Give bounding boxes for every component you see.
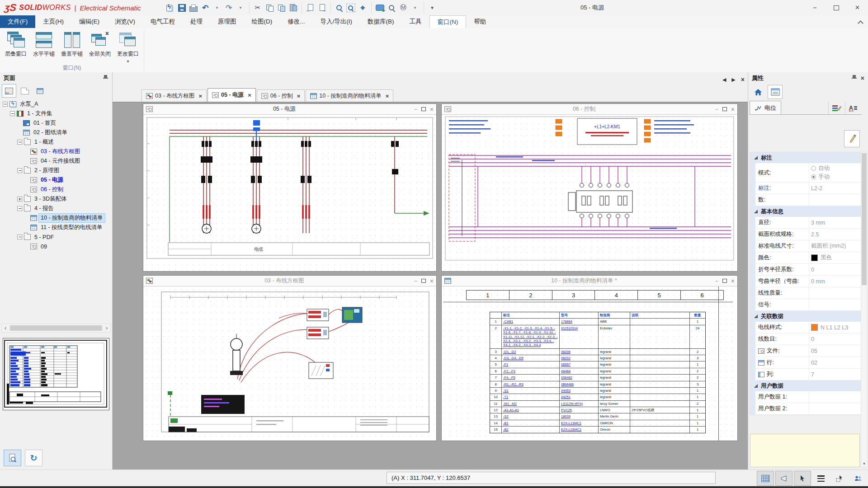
radio-option[interactable]: 自动 — [811, 164, 830, 172]
child-window-control[interactable]: 06 - 控制 — [441, 103, 738, 272]
control-schematic-canvas[interactable]: +L1+L2-KM1 — [442, 115, 737, 271]
tree-item-4[interactable]: 1 - 概述 — [1, 137, 111, 147]
list-view-button[interactable] — [33, 84, 48, 98]
macro-caret-button[interactable] — [410, 2, 421, 14]
bom-row[interactable]: 9-S104453legrand1 — [490, 388, 705, 394]
bom-row[interactable]: 4-D3, -D4, -D506202legrand3 — [490, 355, 705, 361]
bom-report-canvas[interactable]: 123456 标注型号制造商说明数量1-CAB1178864ABB12-X1-1… — [442, 286, 737, 441]
property-value[interactable]: 0 mm — [809, 276, 863, 287]
bom-row[interactable]: 3-D1, -D206206legrand2 — [490, 349, 705, 355]
ribbon-button-tile-vertical[interactable]: 垂直平铺 — [58, 29, 86, 64]
scroll-down-icon[interactable] — [861, 461, 867, 467]
macro-button[interactable] — [398, 2, 409, 14]
radio-selected-icon[interactable] — [811, 174, 816, 179]
paste-button[interactable] — [288, 2, 299, 14]
scroll-right-icon[interactable]: › — [103, 324, 110, 332]
ribbon-button-close-all[interactable]: 全部关闭 — [86, 29, 114, 64]
pan-button[interactable] — [357, 2, 368, 14]
ribbon-button-tile-horizontal[interactable]: 水平平铺 — [30, 29, 58, 64]
collapse-icon[interactable] — [3, 102, 8, 107]
zoom-window-button[interactable] — [345, 2, 357, 14]
tree-item-13[interactable]: 11 - 按线类型的电线清单 — [1, 223, 111, 232]
collapse-icon[interactable] — [17, 235, 22, 239]
minimize-icon[interactable] — [715, 278, 718, 284]
radio-option[interactable]: 手动 — [811, 173, 830, 181]
child-window-title-bar[interactable]: 03 - 布线方框图 — [143, 276, 436, 286]
preview-toggle-button[interactable] — [4, 450, 21, 466]
menu-item-4[interactable]: 电气工程 — [143, 15, 183, 28]
menu-item-6[interactable]: 原理图 — [210, 15, 244, 28]
property-value[interactable]: 截面积 (mm2) — [809, 240, 863, 252]
bom-row[interactable]: 15-B2E2X-L26MC1Omron1 — [490, 427, 705, 432]
copy-button[interactable] — [264, 2, 275, 14]
pin-icon[interactable] — [103, 75, 108, 81]
tree-item-9[interactable]: 06 - 控制 — [1, 185, 111, 194]
close-tab-icon[interactable] — [199, 93, 203, 99]
undo-caret-button[interactable] — [212, 2, 223, 14]
tree-item-8[interactable]: 05 - 电源 — [1, 175, 111, 185]
cursor-button[interactable] — [794, 471, 811, 486]
outline-view-button[interactable] — [18, 84, 32, 98]
restore-icon[interactable] — [722, 107, 727, 111]
menu-item-2[interactable]: 编辑(E) — [71, 15, 107, 28]
close-tab-icon[interactable] — [741, 76, 745, 83]
property-value[interactable]: 3 mm — [809, 217, 863, 228]
wiring-diagram-canvas[interactable] — [143, 286, 436, 441]
bom-row[interactable]: 8-R1, -R2, -R30BM486legrand3 — [490, 381, 705, 388]
close-tab-icon[interactable] — [386, 93, 389, 99]
close-icon[interactable] — [731, 277, 735, 285]
scrollbar-thumb[interactable] — [10, 325, 102, 331]
close-icon[interactable] — [430, 277, 434, 285]
save-button[interactable] — [176, 2, 188, 14]
print-button[interactable] — [188, 2, 199, 14]
pin-icon[interactable] — [852, 75, 857, 81]
section-header-2[interactable]: 关联数据 — [750, 311, 863, 322]
tree-item-14[interactable]: 5 - PDF — [1, 232, 111, 242]
menu-item-9[interactable]: 导入/导出(I) — [313, 15, 360, 28]
bom-row[interactable]: 6-F2, -F306468legrand2 — [490, 368, 705, 375]
bom-row[interactable]: 12-A1-A1-A1PVC25LNWO25*25PVC线槽1 — [490, 407, 705, 413]
menu-item-5[interactable]: 处理 — [183, 15, 210, 28]
tree-horizontal-scrollbar[interactable]: ‹ › — [1, 324, 111, 333]
edit-properties-button[interactable] — [844, 130, 860, 147]
collaboration-button[interactable] — [849, 471, 867, 486]
close-tab-icon[interactable] — [297, 93, 301, 99]
copy-special-button[interactable] — [276, 2, 287, 14]
section-header-1[interactable]: 基本信息 — [750, 206, 863, 217]
tree-item-15[interactable]: 09 — [1, 242, 111, 251]
restore-icon[interactable] — [421, 279, 426, 283]
property-value[interactable]: 05 — [809, 345, 863, 357]
minimize-button[interactable] — [804, 0, 826, 15]
menu-item-8[interactable]: 修改... — [280, 15, 312, 28]
expand-icon[interactable] — [17, 197, 22, 202]
bom-row[interactable]: 11-M1, -M2LS112M-4P(4)leroy Somer2 — [490, 401, 705, 407]
menu-item-12[interactable]: 窗口(N) — [429, 15, 467, 28]
redo-button[interactable] — [223, 2, 235, 14]
close-panel-icon[interactable] — [861, 75, 864, 82]
document-tab-2[interactable]: 06 - 控制 — [257, 89, 305, 102]
scroll-left-icon[interactable]: ‹ — [2, 324, 9, 332]
more-button[interactable] — [427, 2, 438, 14]
collapse-icon[interactable] — [17, 206, 22, 211]
child-window-wiring-diagram[interactable]: 03 - 布线方框图 — [143, 275, 437, 441]
property-value[interactable] — [809, 391, 863, 403]
cut-button[interactable] — [252, 2, 264, 14]
property-value[interactable] — [809, 403, 863, 414]
previous-tab-icon[interactable] — [722, 77, 726, 83]
close-button[interactable] — [847, 0, 868, 15]
ribbon-button-change-window[interactable]: 更改窗口 — [114, 29, 142, 64]
search-button[interactable] — [386, 2, 397, 14]
bom-row[interactable]: 13-S218039Merlin Gerin1 — [490, 413, 705, 420]
export-page-button[interactable] — [316, 2, 328, 14]
menu-item-1[interactable]: 主页(H) — [35, 15, 71, 28]
selection-button[interactable] — [831, 471, 848, 486]
power-schematic-canvas[interactable]: 电缆 — [143, 115, 436, 271]
section-header-0[interactable]: 标注 — [750, 152, 863, 163]
pages-view-button[interactable] — [2, 84, 16, 98]
restore-icon[interactable] — [722, 279, 727, 283]
minimize-icon[interactable] — [414, 278, 417, 284]
property-value[interactable] — [809, 299, 863, 310]
attribute-style-button[interactable]: A — [845, 102, 862, 114]
collapse-icon[interactable] — [10, 111, 15, 116]
next-tab-icon[interactable] — [731, 77, 735, 83]
